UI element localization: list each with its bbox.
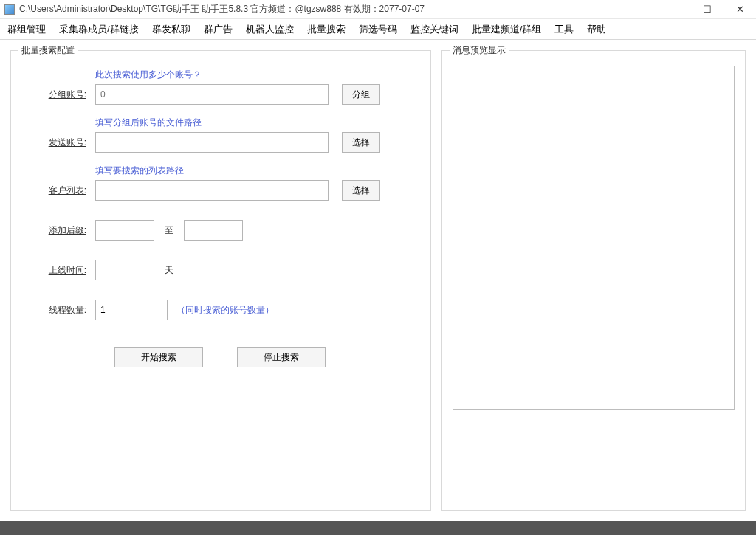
label-threads: 线程数量:	[21, 304, 95, 317]
label-customer-list: 客户列表:	[21, 184, 95, 197]
preview-title: 消息预览显示	[450, 44, 509, 57]
hint-accounts: 此次搜索使用多少个账号？	[95, 69, 420, 81]
row-send-account: 发送账号: 选择	[21, 132, 420, 153]
window-controls: — ☐ ✕	[659, 0, 756, 18]
start-search-button[interactable]: 开始搜索	[114, 347, 203, 367]
menu-mass-dm[interactable]: 群发私聊	[152, 23, 190, 36]
close-button[interactable]: ✕	[724, 0, 756, 18]
label-send-account: 发送账号:	[21, 137, 95, 149]
row-online-time: 上线时间: 天	[21, 260, 420, 280]
menu-filter-numbers[interactable]: 筛选号码	[359, 23, 397, 36]
send-account-input[interactable]	[95, 132, 329, 153]
preview-box[interactable]	[453, 66, 735, 410]
label-online-time: 上线时间:	[21, 264, 95, 277]
menubar: 群组管理 采集群成员/群链接 群发私聊 群广告 机器人监控 批量搜索 筛选号码 …	[0, 19, 756, 40]
select-list-button[interactable]: 选择	[342, 180, 380, 201]
group-account-input[interactable]	[95, 84, 329, 105]
hint-list-path: 填写要搜索的列表路径	[95, 165, 420, 177]
suffix-to-input[interactable]	[184, 220, 243, 241]
app-icon	[4, 4, 15, 15]
menu-group-ads[interactable]: 群广告	[204, 23, 233, 36]
content-area: 批量搜索配置 此次搜索使用多少个账号？ 分组账号: 分组 填写分组后账号的文件路…	[0, 40, 756, 521]
threads-input[interactable]	[95, 300, 168, 320]
titlebar-text: C:\Users\Administrator\Desktop\TG\TG助手王 …	[19, 3, 659, 15]
menu-bulk-create[interactable]: 批量建频道/群组	[472, 23, 542, 36]
hint-file-path: 填写分组后账号的文件路径	[95, 117, 420, 129]
menu-tools[interactable]: 工具	[554, 23, 574, 36]
menu-group-manage[interactable]: 群组管理	[7, 23, 46, 36]
row-suffix: 添加后缀: 至	[21, 220, 420, 241]
search-config-title: 批量搜索配置	[18, 44, 78, 57]
stop-search-button[interactable]: 停止搜索	[237, 347, 326, 367]
minimize-button[interactable]: —	[659, 0, 691, 18]
customer-list-input[interactable]	[95, 180, 329, 201]
online-time-unit: 天	[165, 264, 173, 277]
menu-bulk-search[interactable]: 批量搜索	[307, 23, 346, 36]
titlebar: C:\Users\Administrator\Desktop\TG\TG助手王 …	[0, 0, 756, 19]
online-time-input[interactable]	[95, 260, 154, 280]
label-group-account: 分组账号:	[21, 89, 95, 101]
menu-keyword-monitor[interactable]: 监控关键词	[410, 23, 458, 36]
maximize-button[interactable]: ☐	[691, 0, 724, 18]
menu-bot-monitor[interactable]: 机器人监控	[246, 23, 294, 36]
menu-help[interactable]: 帮助	[587, 23, 606, 36]
group-button[interactable]: 分组	[342, 84, 380, 105]
app-window: C:\Users\Administrator\Desktop\TG\TG助手王 …	[0, 0, 756, 521]
row-threads: 线程数量: （同时搜索的账号数量）	[21, 300, 420, 320]
select-send-button[interactable]: 选择	[342, 132, 380, 153]
row-customer-list: 客户列表: 选择	[21, 180, 420, 201]
preview-panel: 消息预览显示	[441, 50, 746, 511]
label-suffix: 添加后缀:	[21, 224, 95, 237]
menu-collect-members[interactable]: 采集群成员/群链接	[59, 23, 139, 36]
search-config-panel: 批量搜索配置 此次搜索使用多少个账号？ 分组账号: 分组 填写分组后账号的文件路…	[10, 50, 431, 511]
threads-note: （同时搜索的账号数量）	[176, 304, 274, 317]
action-row: 开始搜索 停止搜索	[114, 347, 420, 367]
suffix-to-label: 至	[165, 224, 173, 237]
row-group-account: 分组账号: 分组	[21, 84, 420, 105]
suffix-from-input[interactable]	[95, 220, 154, 241]
